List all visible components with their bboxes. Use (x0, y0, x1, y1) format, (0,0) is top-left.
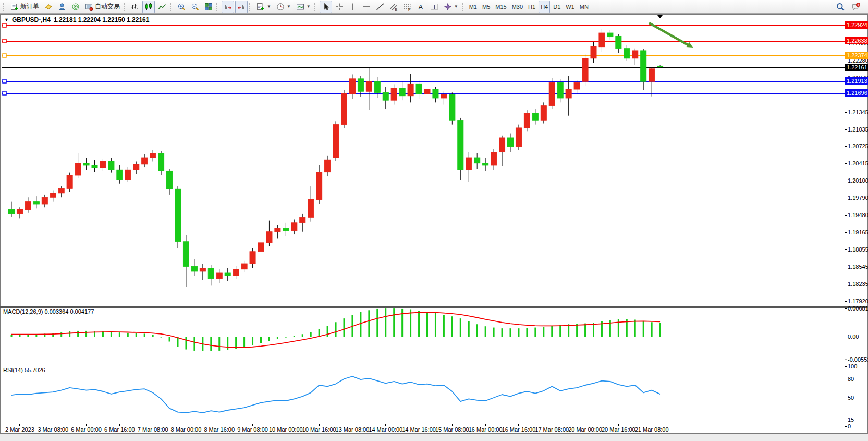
candle (291, 223, 297, 231)
new-chart-button[interactable]: ▼ (254, 1, 273, 13)
candle (191, 266, 197, 271)
cursor-icon (322, 3, 330, 11)
candle (424, 89, 430, 93)
auto-scroll-button[interactable] (222, 1, 234, 13)
candle (641, 51, 646, 81)
candlestick-chart-button[interactable] (142, 1, 155, 13)
crosshair-button[interactable] (333, 1, 346, 13)
candle (607, 33, 613, 37)
line-chart-button[interactable] (156, 1, 168, 13)
candle (25, 202, 31, 210)
chat-button[interactable]: 1 (850, 1, 862, 13)
equidistant-channel-button[interactable]: E (387, 1, 400, 13)
macd-axis-label: 0.00 (848, 333, 859, 340)
candle (108, 161, 114, 170)
time-axis-label: 7 Mar 08:00 (138, 426, 168, 433)
timeframe-m30-label: M30 (512, 4, 523, 10)
hline-icon (362, 3, 371, 11)
resistance-line-2-anchor[interactable] (3, 39, 6, 43)
candle (266, 232, 272, 243)
zoom-in-button[interactable] (175, 1, 188, 13)
tile-windows-button[interactable] (202, 1, 215, 13)
chevron-down-icon[interactable]: ▼ (287, 4, 291, 9)
resistance-line-1-price-badge: 1.22924 (845, 21, 868, 29)
timeframe-h4[interactable]: H4 (539, 1, 550, 13)
candle (67, 175, 72, 188)
timeframe-h1[interactable]: H1 (526, 1, 537, 13)
candle (399, 88, 405, 96)
zoom-out-button[interactable] (189, 1, 201, 13)
text-button[interactable]: A (414, 1, 427, 13)
candle (649, 69, 655, 81)
candle (524, 114, 530, 128)
signals-icon[interactable] (69, 1, 82, 13)
candle (582, 58, 588, 81)
periodicity-button[interactable]: ▼ (274, 1, 293, 13)
timeframe-mn[interactable]: MN (578, 1, 591, 13)
main-toolbar: 新订单自动交易▼▼▼EFAT▼M1M5M15M30H1H4D1W1MN1 (0, 0, 868, 14)
sonar-icon (71, 3, 80, 11)
candle (383, 92, 388, 100)
expert-advisors-icon[interactable] (56, 1, 68, 13)
timeframe-m5[interactable]: M5 (480, 1, 492, 13)
price-tick-label: 1.20415 (848, 160, 868, 166)
candle (92, 165, 97, 168)
chart-dropdown-icon[interactable]: ▼ (4, 17, 9, 22)
resistance-line-1-anchor[interactable] (3, 23, 6, 27)
rsi-axis-label: 100 (848, 363, 857, 370)
chevron-down-icon[interactable]: ▼ (307, 4, 311, 9)
pivot-line-anchor[interactable] (3, 54, 6, 57)
timeframe-d1[interactable]: D1 (551, 1, 563, 13)
timeframe-m30[interactable]: M30 (510, 1, 525, 13)
time-axis-label: 21 Mar 08:00 (635, 426, 669, 433)
chart-title: ▼ GBPUSD-,H4 1.22181 1.22204 1.22150 1.2… (4, 16, 149, 23)
candle (275, 228, 280, 231)
candle (316, 172, 322, 200)
chart-ohlc-values: 1.22181 1.22204 1.22150 1.22161 (54, 16, 150, 23)
price-tick-label: 1.19480 (848, 212, 868, 218)
price-tick-label: 1.18235 (848, 281, 868, 287)
toolbar-grip (124, 3, 126, 11)
candle (42, 197, 47, 204)
candle (133, 164, 139, 170)
candle (208, 268, 214, 279)
vertical-line-button[interactable] (347, 1, 359, 13)
templates-button[interactable]: ▼ (294, 1, 313, 13)
horizontal-line-button[interactable] (360, 1, 373, 13)
support-line-1-anchor[interactable] (3, 79, 6, 83)
timeframe-m1[interactable]: M1 (467, 1, 479, 13)
auto-trading-button[interactable]: 自动交易 (83, 1, 122, 13)
chart-shift-button[interactable] (235, 1, 248, 13)
time-axis-label: 6 Mar 16:00 (104, 426, 135, 433)
chart-canvas[interactable]: 1.229001.225901.222801.219701.216601.213… (0, 0, 868, 441)
chevron-down-icon[interactable]: ▼ (267, 4, 271, 9)
chevron-down-icon[interactable]: ▼ (454, 4, 458, 9)
arrows-button[interactable]: ▼ (442, 1, 460, 13)
bar-chart-button[interactable] (129, 1, 141, 13)
candle (458, 120, 463, 170)
search-button[interactable] (834, 1, 847, 13)
trendline-button[interactable] (374, 1, 386, 13)
time-axis-label: 14 Mar 00:00 (369, 426, 402, 433)
candle (499, 138, 505, 152)
candle (233, 269, 239, 276)
text-label-button[interactable]: T (428, 1, 441, 13)
cursor-button[interactable] (320, 1, 332, 13)
time-axis-label: 9 Mar 08:00 (237, 426, 268, 433)
market-watch-gold-icon[interactable] (42, 1, 55, 13)
timeframe-w1[interactable]: W1 (564, 1, 577, 13)
support-line-2-anchor[interactable] (3, 91, 6, 95)
new-order-button[interactable]: 新订单 (8, 1, 41, 13)
chart-shift-icon (237, 3, 246, 11)
timeframe-m15[interactable]: M15 (493, 1, 508, 13)
tile-icon (204, 3, 213, 11)
candle (483, 163, 488, 165)
price-tick-label: 1.18545 (848, 264, 868, 270)
candle (391, 88, 397, 100)
timeframe-m1-label: M1 (469, 4, 477, 10)
svg-text:1: 1 (858, 3, 860, 7)
fibonacci-button[interactable]: F (401, 1, 413, 13)
chat-icon: 1 (852, 3, 860, 11)
time-axis-label: 6 Mar 00:00 (71, 426, 102, 433)
candle (516, 128, 521, 147)
